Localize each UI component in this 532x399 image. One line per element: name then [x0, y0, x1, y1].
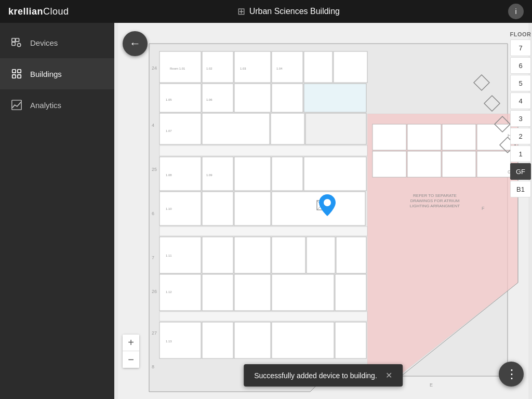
svg-text:6: 6 [152, 211, 154, 216]
svg-rect-45 [202, 274, 233, 311]
svg-text:DRAWINGS FOR ATRIUM: DRAWINGS FOR ATRIUM [410, 198, 460, 203]
svg-text:1.10: 1.10 [166, 207, 172, 210]
svg-rect-57 [373, 124, 406, 150]
svg-rect-26 [305, 113, 366, 144]
svg-text:1.03: 1.03 [240, 67, 246, 70]
map-pin [319, 194, 336, 218]
fab-icon: ⋮ [506, 367, 517, 381]
svg-text:Room 1.01: Room 1.01 [170, 67, 185, 70]
building-icon: ⊞ [237, 6, 245, 17]
zoom-controls: + − [123, 335, 139, 368]
floor-selector: FLOOR 7 6 5 4 3 2 1 GF B1 [509, 31, 532, 198]
svg-rect-37 [159, 227, 367, 236]
svg-rect-31 [272, 157, 303, 191]
sidebar-label-analytics: Analytics [30, 101, 61, 110]
snackbar-message: Successfully added device to building. [254, 371, 377, 380]
svg-rect-0 [12, 38, 15, 42]
floor-btn-6[interactable]: 6 [510, 57, 531, 74]
svg-text:1.11: 1.11 [166, 254, 172, 257]
svg-rect-6 [12, 75, 16, 78]
svg-rect-62 [407, 151, 441, 177]
svg-text:1.08: 1.08 [166, 174, 172, 177]
svg-rect-40 [234, 237, 271, 273]
svg-rect-22 [304, 84, 366, 112]
app-logo: krellianCloud [8, 6, 69, 17]
floor-btn-3[interactable]: 3 [510, 110, 531, 127]
svg-rect-61 [373, 151, 406, 177]
svg-text:27: 27 [152, 330, 157, 336]
snackbar-close-button[interactable]: ✕ [385, 370, 392, 380]
zoom-in-button[interactable]: + [123, 335, 139, 351]
header: krellianCloud ⊞ Urban Sciences Building … [0, 0, 532, 23]
svg-text:LIGHTING ARRANGMENT: LIGHTING ARRANGMENT [410, 204, 460, 208]
svg-rect-32 [304, 157, 366, 191]
svg-rect-23 [159, 113, 201, 144]
floor-btn-gf[interactable]: GF [510, 163, 531, 180]
svg-rect-64 [477, 151, 511, 177]
svg-rect-54 [335, 322, 366, 358]
sidebar-label-devices: Devices [30, 38, 58, 47]
svg-rect-60 [477, 124, 511, 150]
close-icon: ✕ [385, 370, 392, 380]
svg-text:1.04: 1.04 [276, 67, 283, 70]
svg-text:REFER TO SEPARATE: REFER TO SEPARATE [413, 193, 457, 198]
svg-text:4: 4 [152, 123, 154, 128]
svg-rect-5 [18, 70, 21, 73]
svg-rect-51 [202, 322, 233, 358]
user-initial: i [515, 7, 516, 16]
svg-text:1.07: 1.07 [166, 129, 172, 132]
sidebar-item-buildings[interactable]: Buildings [0, 58, 114, 89]
sidebar-item-analytics[interactable]: Analytics [0, 89, 114, 121]
svg-point-101 [324, 199, 331, 206]
svg-rect-46 [234, 274, 271, 311]
floor-btn-1[interactable]: 1 [510, 145, 531, 162]
devices-icon [10, 36, 23, 49]
svg-rect-30 [234, 157, 271, 191]
svg-rect-52 [234, 322, 271, 358]
svg-rect-41 [272, 237, 305, 273]
svg-rect-21 [272, 84, 303, 112]
svg-text:1.12: 1.12 [166, 290, 172, 294]
floor-btn-5[interactable]: 5 [510, 75, 531, 91]
zoom-out-button[interactable]: − [123, 351, 139, 368]
logo-suffix: Cloud [43, 6, 69, 17]
sidebar-item-devices[interactable]: Devices [0, 27, 114, 58]
svg-text:25: 25 [152, 167, 157, 172]
svg-text:1.05: 1.05 [166, 98, 172, 101]
sidebar-label-buildings: Buildings [30, 70, 62, 78]
floor-btn-4[interactable]: 4 [510, 92, 531, 109]
svg-rect-7 [18, 75, 21, 78]
svg-rect-1 [16, 38, 19, 42]
building-title: ⊞ Urban Sciences Building [237, 6, 340, 17]
floor-btn-b1[interactable]: B1 [510, 181, 531, 197]
sidebar: Devices Buildings Analytics [0, 23, 114, 399]
svg-rect-43 [336, 237, 366, 273]
svg-text:F: F [482, 206, 485, 211]
user-avatar[interactable]: i [508, 4, 524, 19]
svg-rect-49 [159, 312, 367, 321]
svg-text:1.06: 1.06 [206, 98, 212, 101]
building-name: Urban Sciences Building [249, 7, 340, 16]
fab-button[interactable]: ⋮ [499, 362, 524, 387]
back-button[interactable]: ← [123, 31, 148, 56]
svg-text:1.02: 1.02 [206, 67, 212, 70]
svg-rect-58 [407, 124, 441, 150]
buildings-icon [10, 68, 23, 80]
svg-rect-4 [12, 70, 16, 73]
analytics-icon [10, 99, 23, 111]
svg-rect-25 [271, 113, 304, 144]
svg-text:E: E [430, 382, 433, 388]
svg-text:24: 24 [152, 65, 157, 71]
svg-rect-34 [202, 192, 233, 225]
svg-rect-39 [202, 237, 233, 273]
back-icon: ← [129, 37, 141, 50]
svg-rect-8 [12, 100, 21, 110]
floor-btn-2[interactable]: 2 [510, 128, 531, 144]
floor-btn-7[interactable]: 7 [510, 39, 531, 56]
svg-text:8: 8 [152, 364, 154, 369]
svg-rect-20 [234, 84, 271, 112]
svg-point-3 [17, 43, 20, 46]
svg-text:7: 7 [152, 255, 154, 260]
svg-rect-17 [334, 51, 367, 83]
svg-rect-16 [304, 51, 332, 83]
